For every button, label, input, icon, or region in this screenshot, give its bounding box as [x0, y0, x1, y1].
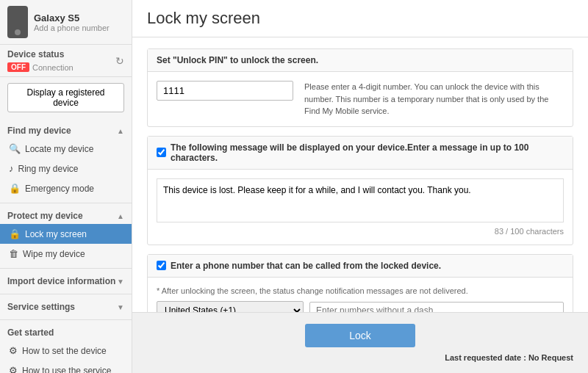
message-textarea[interactable]: This device is lost. Please keep it for …: [157, 178, 564, 222]
get-started-section: Get started ⚙ How to set the device ⚙ Ho…: [0, 320, 132, 373]
find-my-device-section: Find my device ▲ 🔍 Locate my device ♪ Ri…: [0, 118, 132, 203]
sidebar-item-wipe[interactable]: 🗑 Wipe my device: [0, 244, 132, 264]
import-header[interactable]: Import device information ▼: [0, 273, 132, 289]
get-started-header: Get started: [0, 325, 132, 341]
refresh-icon[interactable]: ↻: [115, 55, 124, 67]
find-chevron-icon: ▲: [117, 127, 124, 135]
sidebar-item-emergency[interactable]: 🔒 Emergency mode: [0, 178, 132, 198]
action-footer: Lock Last requested date : No Request: [132, 312, 588, 373]
find-section-header[interactable]: Find my device ▲: [0, 123, 132, 139]
locate-icon: 🔍: [9, 143, 21, 154]
protect-section-header[interactable]: Protect my device ▲: [0, 208, 132, 224]
device-header: Galaxy S5 Add a phone number: [0, 0, 132, 45]
phone-section: Enter a phone number that can be called …: [147, 254, 573, 313]
country-select[interactable]: United States (+1): [157, 301, 304, 313]
how-set-icon: ⚙: [9, 345, 18, 356]
service-chevron-icon: ▼: [117, 303, 124, 311]
protect-my-device-section: Protect my device ▲ 🔒 Lock my screen 🗑 W…: [0, 203, 132, 269]
main-scroll-area: Set "Unlock PIN" to unlock the screen. P…: [132, 37, 588, 312]
sidebar-item-locate[interactable]: 🔍 Locate my device: [0, 139, 132, 159]
service-section: Service settings ▼: [0, 294, 132, 320]
service-header[interactable]: Service settings ▼: [0, 299, 132, 315]
connection-text: Connection: [32, 63, 74, 72]
phone-checkbox[interactable]: [157, 261, 166, 270]
lock-icon: 🔒: [9, 228, 21, 239]
main-content-area: Lock my screen Set "Unlock PIN" to unloc…: [132, 0, 588, 373]
sidebar-item-ring[interactable]: ♪ Ring my device: [0, 159, 132, 178]
device-icon: [7, 6, 28, 38]
status-badge: OFF Connection: [7, 62, 74, 72]
message-checkbox[interactable]: [157, 148, 166, 157]
sidebar: Galaxy S5 Add a phone number Device stat…: [0, 0, 132, 373]
ring-icon: ♪: [9, 163, 14, 174]
phone-note: * After unlocking the screen, the status…: [157, 286, 564, 295]
char-count: 83 / 100 characters: [157, 227, 564, 236]
last-requested: Last requested date : No Request: [147, 353, 573, 362]
device-status-row: Device status OFF Connection ↻: [0, 45, 132, 77]
import-chevron-icon: ▼: [117, 278, 124, 286]
message-body: This device is lost. Please keep it for …: [148, 170, 573, 245]
off-badge: OFF: [7, 62, 29, 72]
unlock-pin-header: Set "Unlock PIN" to unlock the screen.: [148, 49, 573, 72]
lock-button[interactable]: Lock: [305, 324, 415, 347]
message-section-header: The following message will be displayed …: [148, 137, 573, 170]
unlock-hint: Please enter a 4-digit number. You can u…: [304, 81, 564, 117]
sidebar-item-lock[interactable]: 🔒 Lock my screen: [0, 224, 132, 244]
import-section: Import device information ▼: [0, 269, 132, 294]
phone-input[interactable]: [309, 302, 564, 313]
device-info: Galaxy S5 Add a phone number: [34, 12, 110, 32]
display-registered-device-button[interactable]: Display a registered device: [7, 83, 124, 112]
device-subtext: Add a phone number: [34, 23, 110, 32]
phone-section-header: Enter a phone number that can be called …: [148, 255, 573, 278]
unlock-pin-section: Set "Unlock PIN" to unlock the screen. P…: [147, 48, 573, 127]
main-header: Lock my screen: [132, 0, 588, 37]
how-use-icon: ⚙: [9, 365, 18, 373]
wipe-icon: 🗑: [9, 248, 18, 259]
protect-chevron-icon: ▲: [117, 212, 124, 220]
message-section: The following message will be displayed …: [147, 136, 573, 245]
phone-body: * After unlocking the screen, the status…: [148, 278, 573, 313]
pin-input[interactable]: [157, 81, 293, 101]
sidebar-item-how-use[interactable]: ⚙ How to use the service: [0, 361, 132, 373]
last-requested-value: No Request: [528, 353, 573, 362]
sidebar-item-how-set[interactable]: ⚙ How to set the device: [0, 341, 132, 361]
page-title: Lock my screen: [147, 9, 573, 28]
status-label: Device status: [7, 49, 74, 59]
unlock-pin-body: Please enter a 4-digit number. You can u…: [148, 72, 573, 126]
emergency-icon: 🔒: [9, 183, 21, 194]
device-name: Galaxy S5: [34, 12, 110, 23]
